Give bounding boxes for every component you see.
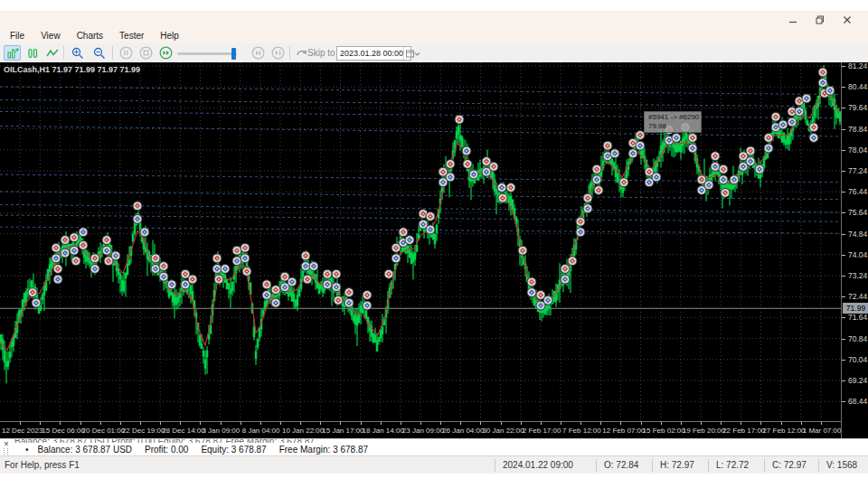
trade-marker[interactable] — [426, 225, 435, 234]
trade-marker[interactable] — [795, 107, 804, 116]
speed-slider[interactable] — [177, 52, 237, 55]
pause-bars-icon[interactable] — [24, 45, 41, 61]
trade-marker[interactable] — [79, 240, 88, 249]
trade-marker[interactable] — [576, 228, 585, 237]
trade-marker[interactable] — [809, 123, 818, 132]
trade-marker[interactable] — [262, 290, 271, 299]
trade-marker[interactable] — [603, 141, 612, 150]
trade-markers-layer[interactable] — [28, 68, 835, 310]
speed-slider-handle[interactable] — [231, 48, 236, 60]
trade-marker[interactable] — [232, 257, 241, 266]
trade-marker[interactable] — [102, 236, 111, 245]
trade-marker[interactable] — [309, 262, 318, 271]
trade-marker[interactable] — [746, 157, 755, 166]
trade-marker[interactable] — [241, 243, 250, 252]
trade-marker[interactable] — [462, 146, 471, 155]
trade-marker[interactable] — [518, 246, 527, 255]
trade-marker[interactable] — [592, 175, 601, 184]
stop-icon[interactable] — [137, 45, 155, 61]
trade-marker[interactable] — [332, 283, 341, 292]
trade-marker[interactable] — [288, 277, 297, 286]
skip-forward-icon[interactable] — [250, 45, 267, 61]
trade-marker[interactable] — [583, 193, 592, 202]
trade-marker[interactable] — [70, 246, 79, 255]
trade-marker[interactable] — [826, 86, 835, 95]
trade-marker[interactable] — [53, 275, 62, 284]
trade-marker[interactable] — [497, 183, 506, 192]
trade-marker[interactable] — [652, 173, 661, 182]
menu-help[interactable]: Help — [152, 30, 187, 42]
trade-marker[interactable] — [344, 288, 354, 297]
pause-icon[interactable] — [118, 45, 135, 61]
panel-grip[interactable] — [4, 448, 8, 455]
bars-trend-icon[interactable] — [4, 45, 21, 61]
trade-marker[interactable] — [778, 120, 788, 129]
zoom-in-icon[interactable] — [69, 45, 86, 61]
trade-marker[interactable] — [755, 164, 764, 174]
trade-marker[interactable] — [764, 144, 773, 153]
trade-marker[interactable] — [809, 133, 818, 142]
trade-marker[interactable] — [610, 149, 619, 158]
trade-marker[interactable] — [303, 275, 312, 284]
trade-marker[interactable] — [133, 214, 142, 223]
trade-marker[interactable] — [271, 286, 280, 295]
trade-marker[interactable] — [242, 267, 251, 276]
trade-marker[interactable] — [568, 257, 577, 266]
trade-marker[interactable] — [771, 112, 780, 121]
trade-marker[interactable] — [730, 175, 739, 184]
trade-marker[interactable] — [323, 269, 332, 278]
menu-view[interactable]: View — [33, 30, 69, 42]
trade-marker[interactable] — [764, 133, 773, 142]
trade-marker[interactable] — [214, 275, 223, 284]
trade-marker[interactable] — [672, 133, 681, 142]
close-icon[interactable] — [834, 11, 861, 28]
trade-marker[interactable] — [463, 159, 472, 168]
trade-marker[interactable] — [489, 162, 498, 171]
trade-marker[interactable] — [592, 164, 601, 174]
trade-marker[interactable] — [52, 243, 61, 252]
trade-marker[interactable] — [818, 68, 827, 77]
trade-marker[interactable] — [426, 211, 435, 221]
price-axis[interactable]: 81.2480.4479.6478.8478.0477.2476.4475.64… — [841, 62, 868, 438]
trade-marker[interactable] — [232, 246, 241, 255]
trade-marker[interactable] — [90, 264, 99, 273]
trade-marker[interactable] — [159, 262, 168, 271]
trade-marker[interactable] — [619, 178, 628, 187]
trade-marker[interactable] — [399, 228, 408, 237]
trade-marker[interactable] — [363, 290, 372, 299]
trade-marker[interactable] — [52, 254, 61, 263]
trade-marker[interactable] — [498, 193, 507, 202]
trade-marker[interactable] — [323, 280, 332, 289]
skip-to-date-value[interactable]: 2023.01.28 00:00 — [337, 49, 403, 58]
trade-marker[interactable] — [704, 181, 713, 190]
candlestick-chart[interactable] — [0, 62, 841, 421]
trade-marker[interactable] — [628, 149, 637, 158]
trade-marker[interactable] — [111, 251, 120, 260]
close-panel-icon[interactable]: × — [2, 439, 11, 448]
trade-marker[interactable] — [151, 254, 160, 263]
trade-marker[interactable] — [802, 94, 811, 103]
trade-marker[interactable] — [241, 254, 250, 263]
trade-marker[interactable] — [188, 275, 197, 284]
trade-marker[interactable] — [90, 254, 99, 263]
trade-marker[interactable] — [102, 246, 111, 255]
trade-marker[interactable] — [151, 264, 160, 273]
zigzag-line-icon[interactable] — [43, 45, 61, 61]
trade-marker[interactable] — [70, 233, 79, 242]
trade-marker[interactable] — [711, 162, 720, 171]
trade-marker[interactable] — [594, 185, 603, 194]
trade-marker[interactable] — [583, 204, 592, 213]
trade-marker[interactable] — [506, 183, 515, 192]
trade-marker[interactable] — [32, 298, 41, 307]
trade-marker[interactable] — [79, 228, 88, 237]
trade-marker[interactable] — [746, 146, 755, 155]
time-axis[interactable]: 12 Dec 202315 Dec 06:0020 Dec 01:0022 De… — [0, 421, 841, 438]
trade-marker[interactable] — [140, 228, 149, 237]
trade-marker[interactable] — [543, 296, 552, 305]
trade-marker[interactable] — [455, 115, 464, 124]
trade-marker[interactable] — [688, 144, 697, 153]
fast-forward-icon[interactable] — [157, 45, 175, 61]
trade-marker[interactable] — [334, 296, 343, 305]
trade-marker[interactable] — [561, 275, 570, 284]
trade-marker[interactable] — [301, 251, 310, 260]
